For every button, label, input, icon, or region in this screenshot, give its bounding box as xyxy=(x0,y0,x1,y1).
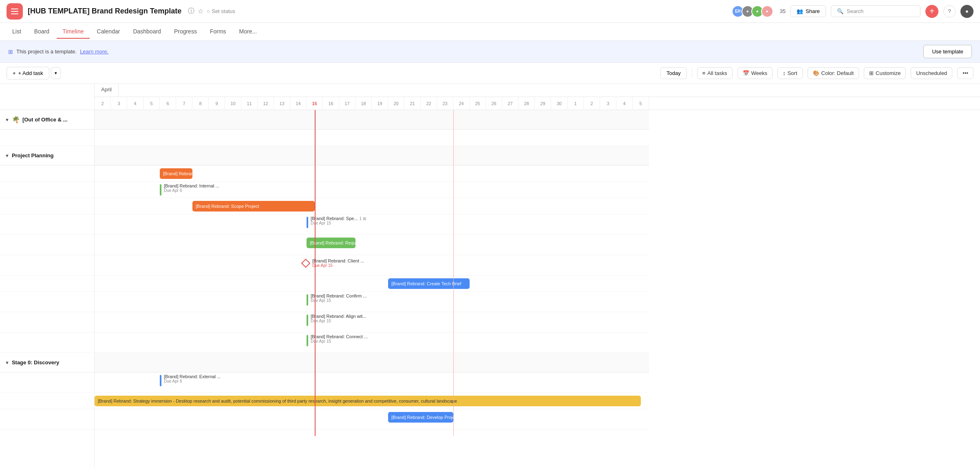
task-row xyxy=(0,235,94,255)
milestone-diamond[interactable] xyxy=(301,259,311,268)
task-row xyxy=(0,393,94,409)
tab-forms[interactable]: Forms xyxy=(204,25,232,39)
star-icon[interactable]: ☆ xyxy=(198,7,203,15)
task-row xyxy=(0,292,94,312)
day-17: 17 xyxy=(339,97,355,110)
tab-more[interactable]: More... xyxy=(234,25,263,39)
day-may-4: 4 xyxy=(616,97,633,110)
day-12: 12 xyxy=(258,97,274,110)
day-8: 8 xyxy=(192,97,209,110)
today-line xyxy=(315,110,316,436)
out-of-office-row xyxy=(95,130,649,146)
task-point-green xyxy=(307,315,308,326)
day-29: 29 xyxy=(535,97,551,110)
tab-calendar[interactable]: Calendar xyxy=(91,25,126,39)
task-point-blue xyxy=(160,375,161,386)
sort-button[interactable]: ↕ Sort xyxy=(777,67,802,79)
circle-icon: ○ xyxy=(207,8,210,14)
task-point-green xyxy=(307,335,308,346)
task-info: [Brand] Rebrand: Connect ... Due Apr 15 xyxy=(311,334,368,344)
out-of-office-empty-row xyxy=(0,130,94,146)
bar-request[interactable]: [Brand] Rebrand: Request and... xyxy=(307,238,355,248)
pp-row-9: [Brand] Rebrand: Align wit... Due Apr 15 xyxy=(95,312,649,333)
group-header-project-planning[interactable]: ▼ Project Planning xyxy=(0,146,94,165)
avatar: ● xyxy=(761,5,773,18)
day-16: 16 xyxy=(323,97,339,110)
task-row xyxy=(0,165,94,182)
separator xyxy=(692,69,692,78)
add-task-dropdown[interactable]: ▾ xyxy=(51,67,61,79)
day-20: 20 xyxy=(388,97,404,110)
search-box[interactable]: 🔍 Search xyxy=(831,5,920,17)
tab-progress[interactable]: Progress xyxy=(168,25,203,39)
menu-button[interactable] xyxy=(7,3,23,20)
color-icon: 🎨 xyxy=(813,70,819,76)
filter-icon: ≡ xyxy=(702,70,706,76)
project-planning-header-body xyxy=(95,146,649,165)
customize-button[interactable]: ⊞ Customize xyxy=(864,67,906,79)
task-point-green xyxy=(160,184,161,196)
weeks-button[interactable]: 📅 Weeks xyxy=(737,67,773,79)
pp-row-7: [Brand] Rebrand: Create Tech Brief xyxy=(95,275,649,292)
hamburger-icon xyxy=(11,9,18,14)
task-row xyxy=(0,275,94,292)
pp-row-8: [Brand] Rebrand: Confirm ... Due Apr 15 xyxy=(95,292,649,312)
day-4: 4 xyxy=(127,97,143,110)
out-of-office-icon: 🌴 xyxy=(12,116,20,123)
day-14: 14 xyxy=(290,97,307,110)
unscheduled-button[interactable]: Unscheduled xyxy=(911,67,952,79)
pp-row-2: [Brand] Rebrand: Internal ... Due Apr 6 xyxy=(95,182,649,198)
task-info: [Brand] Rebrand: Align wit... Due Apr 15 xyxy=(311,314,366,323)
today-button[interactable]: Today xyxy=(660,67,687,79)
bar-rebrand-1[interactable]: [Brand] Rebrand... xyxy=(160,168,192,179)
all-tasks-button[interactable]: ≡ All tasks xyxy=(697,67,733,79)
user-avatar[interactable]: ● xyxy=(960,5,973,18)
day-13: 13 xyxy=(274,97,290,110)
week-line xyxy=(453,110,454,436)
day-30: 30 xyxy=(551,97,567,110)
group-header-stage0[interactable]: ▼ Stage 0: Discovery xyxy=(0,353,94,372)
bar-develop-project[interactable]: [Brand] Rebrand: Develop Project... xyxy=(388,412,453,423)
more-options-button[interactable]: ••• xyxy=(957,67,973,79)
task-row xyxy=(0,372,94,393)
day-18: 18 xyxy=(355,97,372,110)
timeline-grid: April 2 3 4 5 6 7 8 9 10 11 12 13 14 15 … xyxy=(95,84,980,467)
day-may-2: 2 xyxy=(584,97,600,110)
bar-strategy-immersion[interactable]: [Brand] Rebrand: Strategy immersion - De… xyxy=(95,396,641,406)
day-3: 3 xyxy=(111,97,127,110)
task-row xyxy=(0,333,94,353)
day-21: 21 xyxy=(404,97,421,110)
share-button[interactable]: 👥 Share xyxy=(790,5,826,17)
task-point-blue xyxy=(307,217,308,228)
day-5: 5 xyxy=(143,97,160,110)
pp-row-5: [Brand] Rebrand: Request and... xyxy=(95,235,649,255)
task-point-green xyxy=(307,294,308,306)
group-label: [Out of Office & ... xyxy=(22,117,68,123)
bar-tech-brief[interactable]: [Brand] Rebrand: Create Tech Brief xyxy=(388,278,470,289)
pp-row-1: [Brand] Rebrand... xyxy=(95,165,649,182)
tab-list[interactable]: List xyxy=(7,25,27,39)
set-status-button[interactable]: ○ Set status xyxy=(207,8,235,14)
tab-board[interactable]: Board xyxy=(29,25,55,39)
add-task-button[interactable]: + + Add task xyxy=(7,67,49,79)
tab-timeline[interactable]: Timeline xyxy=(57,25,89,39)
group-header-out-of-office[interactable]: ▼ 🌴 [Out of Office & ... xyxy=(0,110,94,130)
day-2: 2 xyxy=(95,97,111,110)
add-button[interactable]: + xyxy=(925,5,938,18)
project-planning-label: Project Planning xyxy=(12,152,54,159)
pp-row-3: [Brand] Rebrand: Scope Project xyxy=(95,198,649,214)
task-row xyxy=(0,312,94,333)
color-button[interactable]: 🎨 Color: Default xyxy=(808,67,859,79)
day-28: 28 xyxy=(519,97,535,110)
help-button[interactable]: ? xyxy=(943,5,956,18)
day-24: 24 xyxy=(453,97,470,110)
bar-scope-project[interactable]: [Brand] Rebrand: Scope Project xyxy=(192,201,315,211)
month-header: April xyxy=(95,84,980,97)
stage0-label: Stage 0: Discovery xyxy=(12,359,59,366)
learn-more-link[interactable]: Learn more. xyxy=(80,48,108,55)
tab-dashboard[interactable]: Dashboard xyxy=(127,25,167,39)
use-template-button[interactable]: Use template xyxy=(923,45,972,58)
sort-icon: ↕ xyxy=(783,70,786,76)
info-icon[interactable]: ⓘ xyxy=(188,7,194,15)
nav-tabs: List Board Timeline Calendar Dashboard P… xyxy=(0,23,980,41)
